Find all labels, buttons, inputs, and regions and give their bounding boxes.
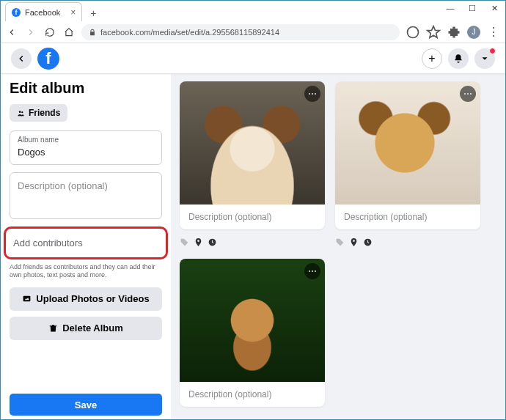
date-icon[interactable]: [363, 237, 373, 247]
facebook-favicon: f: [12, 8, 21, 17]
forward-icon[interactable]: [24, 26, 37, 39]
minimize-button[interactable]: —: [439, 1, 461, 15]
save-button[interactable]: Save: [10, 394, 162, 416]
star-icon[interactable]: [426, 25, 441, 40]
tag-icon[interactable]: [335, 237, 345, 247]
upload-icon: [22, 294, 32, 303]
home-icon[interactable]: [62, 26, 76, 39]
reload-icon[interactable]: [43, 26, 56, 39]
album-description-field[interactable]: Description (optional): [10, 172, 162, 219]
photo-description-field[interactable]: Description (optional): [180, 382, 325, 407]
upload-button[interactable]: Upload Photos or Videos: [10, 287, 162, 311]
friends-icon: [17, 109, 25, 117]
privacy-label: Friends: [29, 108, 60, 118]
svg-rect-3: [23, 296, 31, 302]
photo-card: ⋯ Description (optional): [335, 81, 480, 229]
delete-album-button[interactable]: Delete Album: [10, 317, 162, 340]
contributors-helper-text: Add friends as contributors and they can…: [10, 263, 162, 280]
photo-grid-area: ⋯ Description (optional) ⋯: [171, 74, 505, 419]
fb-back-button[interactable]: [11, 48, 32, 69]
tab-title: Facebook: [25, 8, 60, 17]
trash-icon: [48, 323, 58, 333]
add-contributors-field[interactable]: Add contributors: [4, 226, 168, 259]
photo-card: ⋯ Description (optional): [180, 81, 325, 229]
photo-meta-row: [180, 235, 325, 248]
share-icon[interactable]: [406, 25, 420, 40]
page-title: Edit album: [10, 80, 162, 97]
account-dropdown[interactable]: [474, 48, 495, 69]
photo-description-field[interactable]: Description (optional): [335, 205, 480, 229]
menu-icon[interactable]: ⋮: [486, 25, 501, 40]
photo-thumbnail[interactable]: ⋯: [180, 259, 325, 382]
photo-meta-row: [335, 235, 480, 248]
photo-description-field[interactable]: Description (optional): [180, 205, 325, 229]
lock-icon: [89, 29, 96, 36]
create-button[interactable]: +: [422, 48, 442, 69]
svg-point-1: [19, 111, 21, 113]
maximize-button[interactable]: ☐: [461, 1, 483, 15]
facebook-header: f +: [1, 43, 505, 74]
address-bar[interactable]: facebook.com/media/set/edit/a.2955681158…: [81, 24, 400, 40]
window-controls: — ☐ ✕: [439, 1, 505, 15]
location-icon[interactable]: [194, 237, 203, 247]
description-placeholder: Description (optional): [18, 180, 108, 191]
privacy-selector[interactable]: Friends: [10, 104, 67, 122]
sidebar: Edit album Friends Album name Descriptio…: [1, 74, 171, 419]
svg-point-0: [408, 26, 419, 37]
browser-tab[interactable]: f Facebook ×: [5, 2, 82, 21]
tag-icon[interactable]: [180, 237, 189, 247]
album-name-field[interactable]: Album name: [10, 130, 162, 165]
browser-toolbar: facebook.com/media/set/edit/a.2955681158…: [1, 21, 505, 43]
contributors-placeholder: Add contributors: [13, 237, 83, 248]
photo-thumbnail[interactable]: ⋯: [180, 81, 325, 205]
album-name-label: Album name: [18, 136, 154, 144]
close-tab-icon[interactable]: ×: [70, 7, 76, 18]
date-icon[interactable]: [208, 237, 217, 247]
photo-more-button[interactable]: ⋯: [304, 263, 320, 279]
facebook-logo[interactable]: f: [37, 48, 59, 70]
profile-avatar[interactable]: J: [467, 26, 480, 39]
url-text: facebook.com/media/set/edit/a.2955681158…: [100, 28, 279, 37]
svg-point-2: [21, 111, 23, 113]
extensions-icon[interactable]: [447, 25, 461, 40]
notifications-button[interactable]: [448, 48, 469, 69]
album-name-input[interactable]: [18, 147, 154, 158]
new-tab-button[interactable]: +: [85, 5, 101, 21]
photo-more-button[interactable]: ⋯: [460, 86, 476, 102]
photo-card: ⋯ Description (optional): [180, 259, 325, 407]
close-window-button[interactable]: ✕: [483, 1, 505, 15]
location-icon[interactable]: [349, 237, 359, 247]
browser-titlebar: f Facebook × + — ☐ ✕: [1, 1, 505, 21]
photo-more-button[interactable]: ⋯: [304, 86, 320, 102]
back-icon[interactable]: [5, 26, 18, 39]
photo-thumbnail[interactable]: ⋯: [335, 81, 480, 205]
